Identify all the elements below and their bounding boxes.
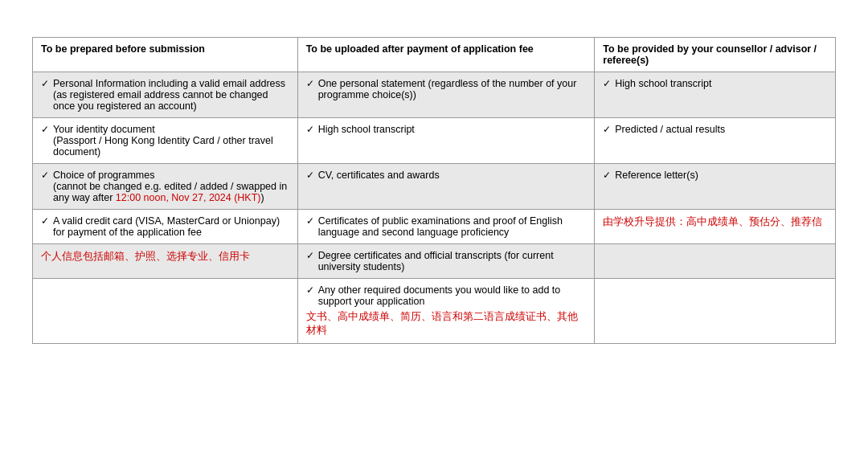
table-header-col2: To be uploaded after payment of applicat… xyxy=(297,38,595,72)
table-cell-col3 xyxy=(595,279,836,344)
table-cell-col3: ✓High school transcript xyxy=(595,72,836,118)
checkmark-icon: ✓ xyxy=(306,124,314,135)
table-row: ✓Any other required documents you would … xyxy=(33,279,836,344)
checkmark-icon: ✓ xyxy=(41,78,49,89)
table-row: 个人信息包括邮箱、护照、选择专业、信用卡✓Degree certificates… xyxy=(33,244,836,279)
table-header-col1: To be prepared before submission xyxy=(33,38,298,72)
checkmark-icon: ✓ xyxy=(603,124,611,135)
table-cell-col1: 个人信息包括邮箱、护照、选择专业、信用卡 xyxy=(33,244,298,279)
table-header-col3: To be provided by your counsellor / advi… xyxy=(595,38,836,72)
table-cell-col1: ✓Personal Information including a valid … xyxy=(33,72,298,118)
checkmark-icon: ✓ xyxy=(41,124,49,135)
checkmark-icon: ✓ xyxy=(306,78,314,89)
checkmark-icon: ✓ xyxy=(306,215,314,227)
red-note: 文书、高中成绩单、简历、语言和第二语言成绩证书、其他材料 xyxy=(306,311,578,336)
checkmark-icon: ✓ xyxy=(306,170,314,181)
table-cell-col2: ✓High school transcript xyxy=(297,118,595,164)
documents-table: To be prepared before submission To be u… xyxy=(32,37,836,344)
checkmark-icon: ✓ xyxy=(41,215,49,227)
table-cell-col1: ✓Choice of programmes(cannot be changed … xyxy=(33,164,298,210)
checkmark-icon: ✓ xyxy=(603,78,611,89)
table-cell-col1 xyxy=(33,279,298,344)
table-row: ✓A valid credit card (VISA, MasterCard o… xyxy=(33,210,836,244)
table-row: ✓Personal Information including a valid … xyxy=(33,72,836,118)
table-cell-col1: ✓A valid credit card (VISA, MasterCard o… xyxy=(33,210,298,244)
table-cell-col3: 由学校升导提供：高中成绩单、预估分、推荐信 xyxy=(595,210,836,244)
checkmark-icon: ✓ xyxy=(603,170,611,181)
table-row: ✓Choice of programmes(cannot be changed … xyxy=(33,164,836,210)
table-cell-col2: ✓Any other required documents you would … xyxy=(297,279,595,344)
table-cell-col3: ✓Predicted / actual results xyxy=(595,118,836,164)
checkmark-icon: ✓ xyxy=(41,170,49,181)
checkmark-icon: ✓ xyxy=(306,284,314,296)
table-row: ✓Your identity document(Passport / Hong … xyxy=(33,118,836,164)
red-note: 由学校升导提供：高中成绩单、预估分、推荐信 xyxy=(603,216,822,227)
table-cell-col3: ✓Reference letter(s) xyxy=(595,164,836,210)
red-note: 个人信息包括邮箱、护照、选择专业、信用卡 xyxy=(41,251,250,262)
checkmark-icon: ✓ xyxy=(306,250,314,261)
table-cell-col2: ✓Certificates of public examinations and… xyxy=(297,210,595,244)
table-cell-col2: ✓Degree certificates and official transc… xyxy=(297,244,595,279)
table-cell-col2: ✓CV, certificates and awards xyxy=(297,164,595,210)
table-cell-col2: ✓One personal statement (regardless of t… xyxy=(297,72,595,118)
table-cell-col3 xyxy=(595,244,836,279)
table-cell-col1: ✓Your identity document(Passport / Hong … xyxy=(33,118,298,164)
